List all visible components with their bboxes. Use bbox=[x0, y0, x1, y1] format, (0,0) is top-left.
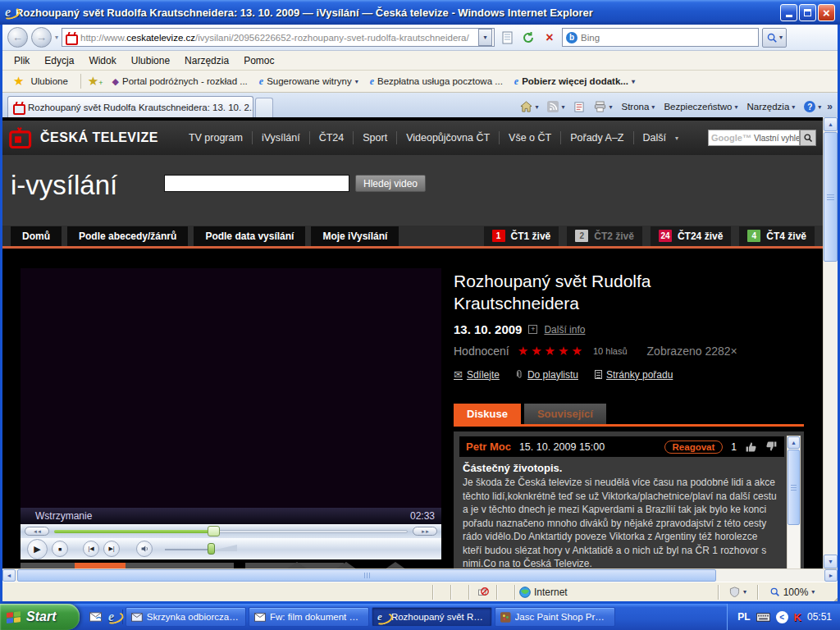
comment-author[interactable]: Petr Moc bbox=[466, 441, 511, 453]
search-options-chevron[interactable]: ▾ bbox=[779, 34, 783, 41]
address-bar[interactable]: http://www.ceskatelevize.cz/ivysilani/20… bbox=[62, 28, 495, 47]
favorite-link-portal[interactable]: ◆ Portal podróżnych - rozkład ... bbox=[107, 76, 253, 87]
play-button[interactable]: ▶ bbox=[27, 539, 48, 559]
protected-mode-pane[interactable]: ▾ bbox=[718, 585, 757, 600]
google-search-button[interactable] bbox=[800, 130, 816, 146]
share-link[interactable]: ✉Sdílejte bbox=[454, 368, 500, 381]
stop-button-player[interactable]: ■ bbox=[52, 541, 68, 557]
channel-ct24-live[interactable]: 24ČT24 živě bbox=[651, 226, 731, 246]
more-info-link[interactable]: Další info bbox=[544, 324, 585, 336]
language-indicator[interactable]: PL bbox=[737, 611, 750, 623]
section-tab-by-date[interactable]: Podle data vysílání bbox=[194, 226, 305, 246]
zoom-control[interactable]: 100% ▾ bbox=[757, 585, 826, 600]
video-screen[interactable] bbox=[21, 268, 441, 508]
video-search-button[interactable]: Hledej video bbox=[355, 175, 426, 192]
rating-stars[interactable]: ★★★★★ bbox=[518, 344, 585, 358]
nav-sport[interactable]: Sport bbox=[354, 132, 396, 144]
favorite-link-webmail[interactable]: e Bezpłatna usługa pocztowa ... bbox=[364, 75, 509, 88]
playlist-link[interactable]: Do playlistu bbox=[516, 369, 578, 381]
address-dropdown-button[interactable]: ▾ bbox=[478, 29, 492, 46]
stop-button[interactable]: × bbox=[541, 28, 559, 48]
seek-bar[interactable] bbox=[54, 526, 408, 536]
tab-related[interactable]: Související bbox=[524, 404, 606, 424]
nav-vse-o-ct[interactable]: Vše o ČT bbox=[500, 132, 560, 144]
channel-ct4-live[interactable]: 4ČT4 živě bbox=[739, 226, 815, 246]
task-paint-shop[interactable]: Jasc Paint Shop Pro -... bbox=[495, 607, 615, 627]
hide-icons-chevron[interactable]: < bbox=[776, 611, 788, 623]
video-search-input[interactable] bbox=[164, 175, 349, 192]
refresh-button[interactable] bbox=[519, 28, 537, 48]
task-email[interactable]: Fw: film dokument o ... bbox=[249, 607, 369, 627]
favorite-link-get-addons[interactable]: e Pobierz więcej dodatk... ▾ bbox=[509, 75, 641, 88]
home-button[interactable]: ▾ bbox=[517, 99, 541, 114]
section-tab-home[interactable]: Domů bbox=[11, 226, 62, 246]
scroll-right-button[interactable]: ► bbox=[824, 569, 838, 582]
fast-forward-button[interactable]: ►► bbox=[413, 527, 437, 536]
menu-edit[interactable]: Edycja bbox=[38, 53, 80, 68]
compatibility-view-button[interactable] bbox=[498, 28, 516, 48]
menu-view[interactable]: Widok bbox=[82, 53, 122, 68]
security-menu-button[interactable]: Bezpieczeństwo▾ bbox=[660, 100, 741, 113]
scroll-left-button[interactable]: ◄ bbox=[2, 569, 16, 582]
recent-pages-chevron[interactable]: ▾ bbox=[55, 34, 58, 41]
favorite-link-suggested-sites[interactable]: e Sugerowane witryny ▾ bbox=[253, 75, 364, 88]
scroll-up-button[interactable]: ▲ bbox=[788, 436, 800, 449]
feeds-button[interactable]: ▾ bbox=[544, 99, 568, 114]
channel-ct1-live[interactable]: 1ČT1 živě bbox=[484, 226, 559, 246]
next-button[interactable]: ▶| bbox=[103, 541, 120, 557]
back-button[interactable]: ← bbox=[7, 27, 28, 48]
task-ie-active[interactable]: e Rozhoupaný svět Ru... bbox=[372, 607, 492, 627]
overflow-chevron[interactable]: » bbox=[827, 101, 833, 112]
vertical-scrollbar[interactable]: ▲ ▼ bbox=[823, 117, 838, 568]
mute-button[interactable] bbox=[136, 541, 153, 557]
favorites-button[interactable]: ★ Ulubione bbox=[7, 74, 74, 89]
thumbs-down-icon[interactable] bbox=[765, 441, 778, 453]
reply-button[interactable]: Reagovat bbox=[664, 441, 724, 454]
scroll-down-button[interactable]: ▼ bbox=[824, 555, 838, 568]
menu-favorites[interactable]: Ulubione bbox=[125, 53, 176, 68]
google-search-input[interactable]: Google™ Vlastní vyhled bbox=[708, 130, 800, 146]
minimize-button[interactable] bbox=[780, 4, 797, 21]
nav-videopujcovna[interactable]: Videopůjčovna ČT bbox=[397, 132, 499, 144]
seek-thumb[interactable] bbox=[208, 526, 220, 536]
read-mail-button[interactable] bbox=[570, 100, 588, 114]
menu-tools[interactable]: Narzędzia bbox=[178, 53, 235, 68]
start-button[interactable]: Start bbox=[0, 604, 80, 630]
volume-slider[interactable] bbox=[165, 542, 237, 555]
previous-button[interactable]: |◀ bbox=[83, 541, 99, 557]
nav-ct24[interactable]: ČT24 bbox=[310, 132, 354, 144]
search-input[interactable] bbox=[581, 33, 755, 43]
new-tab-button[interactable] bbox=[255, 98, 273, 117]
keyboard-icon[interactable] bbox=[756, 613, 770, 622]
horizontal-scrollbar[interactable]: ◄ ► bbox=[2, 568, 838, 582]
add-favorite-icon[interactable]: ★+ bbox=[88, 74, 103, 89]
ie-quick-launch-icon[interactable]: e bbox=[108, 609, 114, 624]
thumbs-up-icon[interactable] bbox=[745, 441, 757, 453]
print-button[interactable]: ▾ bbox=[591, 99, 615, 114]
task-inbox[interactable]: Skrzynka odbiorcza -... bbox=[126, 607, 246, 627]
nav-ivysilani[interactable]: iVysílání bbox=[253, 132, 309, 144]
section-tab-alphabet[interactable]: Podle abecedy/žánrů bbox=[67, 226, 188, 246]
resize-grip[interactable] bbox=[826, 582, 838, 601]
tab-discussion[interactable]: Diskuse bbox=[454, 404, 521, 424]
page-menu-button[interactable]: Strona▾ bbox=[618, 100, 658, 113]
program-pages-link[interactable]: Stránky pořadu bbox=[595, 369, 673, 381]
nav-tv-program[interactable]: TV program bbox=[180, 132, 252, 144]
tools-menu-button[interactable]: Narzędzia▾ bbox=[744, 100, 799, 113]
search-box[interactable]: b bbox=[562, 28, 759, 47]
site-brand[interactable]: ČESKÁ TELEVIZE bbox=[40, 130, 158, 145]
menu-file[interactable]: Plik bbox=[7, 53, 36, 68]
nav-porady-az[interactable]: Pořady A–Z bbox=[561, 132, 632, 144]
kaspersky-icon[interactable]: K bbox=[794, 611, 801, 623]
nav-dalsi[interactable]: Další bbox=[634, 132, 675, 144]
help-menu-button[interactable]: ? ▾ bbox=[801, 99, 824, 114]
maximize-button[interactable] bbox=[799, 4, 816, 21]
search-go-button[interactable]: ▾ bbox=[762, 28, 787, 48]
close-button[interactable]: × bbox=[818, 4, 835, 21]
browser-tab-active[interactable]: Rozhoupaný svět Rudolfa Krautschneidera:… bbox=[7, 96, 253, 117]
scrollbar-thumb[interactable] bbox=[788, 450, 800, 525]
menu-help[interactable]: Pomoc bbox=[237, 53, 281, 68]
channel-ct2-live[interactable]: 2ČT2 živě bbox=[567, 226, 642, 246]
forward-button[interactable]: → bbox=[31, 27, 52, 48]
scrollbar-thumb[interactable] bbox=[824, 132, 838, 262]
